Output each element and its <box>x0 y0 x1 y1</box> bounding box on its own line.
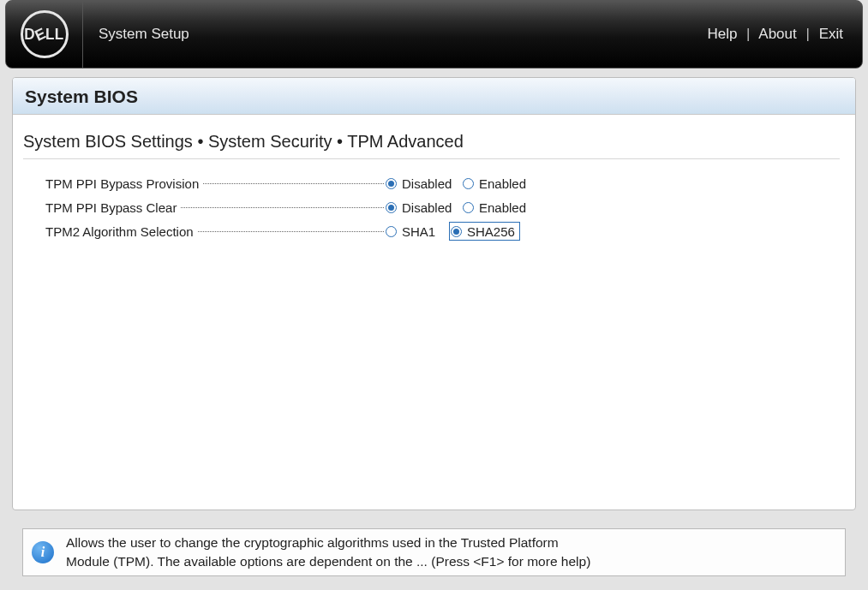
radio-icon <box>386 202 397 213</box>
radio-icon <box>451 226 462 237</box>
panel-body: System BIOS Settings • System Security •… <box>13 115 855 252</box>
exit-link[interactable]: Exit <box>819 26 843 42</box>
radio-option-sha1[interactable]: SHA1 <box>384 222 449 241</box>
option-label: Disabled <box>402 200 452 215</box>
dell-logo: DELL <box>21 10 69 58</box>
option-label: SHA256 <box>467 224 515 239</box>
setting-row-tpm-ppi-bypass-provision: TPM PPI Bypass Provision Disabled Enable… <box>45 171 840 195</box>
dell-logo-text: DELL <box>24 26 64 44</box>
option-label: Disabled <box>402 176 452 191</box>
radio-option-sha256[interactable]: SHA256 <box>449 222 520 241</box>
radio-option-enabled[interactable]: Enabled <box>461 174 538 193</box>
radio-icon <box>386 226 397 237</box>
breadcrumb: System BIOS Settings • System Security •… <box>23 132 840 159</box>
radio-option-disabled[interactable]: Disabled <box>384 198 461 217</box>
radio-option-disabled[interactable]: Disabled <box>384 174 461 193</box>
radio-icon <box>463 202 474 213</box>
about-link[interactable]: About <box>758 26 796 42</box>
help-box: i Allows the user to change the cryptogr… <box>22 528 846 576</box>
setting-label: TPM2 Algorithm Selection <box>45 224 384 239</box>
setting-options: Disabled Enabled <box>384 198 538 217</box>
setting-row-tpm2-algorithm-selection: TPM2 Algorithm Selection SHA1 SHA256 <box>45 219 840 243</box>
setting-options: Disabled Enabled <box>384 174 538 193</box>
radio-option-enabled[interactable]: Enabled <box>461 198 538 217</box>
app-title: System Setup <box>99 26 189 43</box>
panel-title: System BIOS <box>13 78 855 115</box>
radio-icon <box>386 178 397 189</box>
logo-container: DELL <box>6 1 83 68</box>
header-links: Help | About | Exit <box>707 26 843 43</box>
option-label: Enabled <box>479 176 526 191</box>
setting-row-tpm-ppi-bypass-clear: TPM PPI Bypass Clear Disabled Enabled <box>45 195 840 219</box>
option-label: Enabled <box>479 200 526 215</box>
main-panel: System BIOS System BIOS Settings • Syste… <box>12 77 856 510</box>
help-text: Allows the user to change the cryptograp… <box>66 533 590 571</box>
setting-options: SHA1 SHA256 <box>384 222 520 241</box>
setting-label: TPM PPI Bypass Provision <box>45 176 384 191</box>
radio-icon <box>463 178 474 189</box>
link-separator: | <box>806 26 810 42</box>
app-header: DELL System Setup Help | About | Exit <box>5 0 863 69</box>
setting-label: TPM PPI Bypass Clear <box>45 200 384 215</box>
info-icon: i <box>32 541 54 563</box>
help-link[interactable]: Help <box>707 26 737 42</box>
option-label: SHA1 <box>402 224 435 239</box>
link-separator: | <box>746 26 750 42</box>
settings-list: TPM PPI Bypass Provision Disabled Enable… <box>45 171 840 243</box>
